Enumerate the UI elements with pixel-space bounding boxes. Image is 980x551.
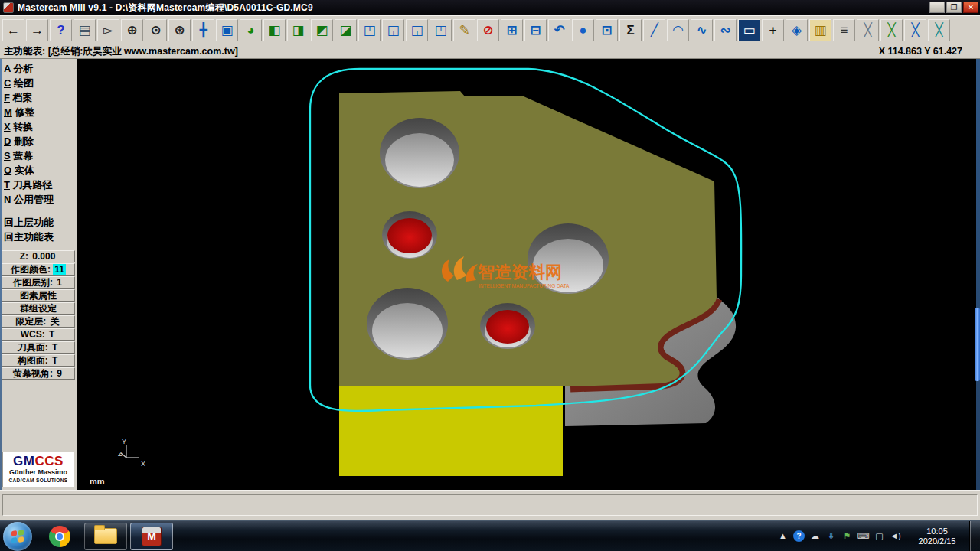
create-spline-icon[interactable]: ∾ (714, 19, 737, 41)
screen-next-icon[interactable]: ⊞ (501, 19, 523, 41)
sidebar-item-c[interactable]: C 绘图 (0, 76, 77, 90)
graphics-viewport[interactable]: 智造资料网 INTELLIGENT MANUFACTURING DATA Y Z… (77, 59, 980, 490)
taskbar-clock[interactable]: 10:05 2020/2/15 (910, 527, 965, 546)
tray-display-icon[interactable]: ▢ (871, 529, 887, 544)
mastercam-icon: M (142, 527, 162, 546)
sidebar-status-group-settings[interactable]: 群组设定 (2, 302, 75, 315)
trim-divide-icon[interactable]: ╳ (904, 19, 926, 41)
create-arc-icon[interactable]: ◠ (667, 19, 689, 41)
layer-manager-icon[interactable]: ≡ (833, 19, 855, 41)
gview-top-icon[interactable]: ◧ (263, 19, 286, 41)
sidebar-item-m[interactable]: M 修整 (0, 105, 77, 119)
sidebar-status-entity-attributes[interactable]: 图素属性 (2, 289, 75, 302)
maximize-button[interactable]: ❐ (946, 2, 962, 13)
undo-icon[interactable]: ↶ (548, 19, 570, 41)
create-rect-icon[interactable]: ▭ (738, 19, 760, 41)
sidebar-status-level-limit[interactable]: 限定层: 关 (2, 315, 75, 328)
menu-bar: 主功能表: [总经销:欣昊实业 www.mastercam.com.tw] X … (0, 44, 980, 59)
sidebar-item-d[interactable]: D 删除 (0, 134, 77, 148)
tray-input-icon[interactable]: ⌨ (855, 529, 871, 544)
sidebar-status-construction-plane[interactable]: 构图面: T (2, 354, 75, 367)
sidebar-status-tool-plane[interactable]: 刀具面: T (2, 341, 75, 354)
sidebar-item-o[interactable]: O 实体 (0, 163, 77, 178)
cplane-iso-icon[interactable]: ◳ (430, 19, 452, 41)
shade-sphere-icon[interactable]: ● (572, 19, 594, 41)
sidebar-item-t[interactable]: T 刀具路径 (0, 178, 77, 192)
zoom-in-icon[interactable]: ⊕ (121, 19, 143, 41)
unzoom-icon[interactable]: ⊛ (168, 19, 191, 41)
logo-line3: CAD/CAM SOLUTIONS (3, 477, 74, 484)
delete-entity-icon[interactable]: ✎ (453, 19, 475, 41)
sidebar-status-wcs[interactable]: WCS: T (2, 328, 75, 341)
hole-large-1[interactable] (380, 118, 459, 188)
cursor-query-icon[interactable]: ▻ (97, 19, 119, 41)
create-fillet-icon[interactable]: ∿ (691, 19, 713, 41)
trim-two-icon[interactable]: ╳ (880, 19, 903, 41)
close-button[interactable]: ✕ (963, 2, 978, 13)
cplane-front-icon[interactable]: ◱ (382, 19, 404, 41)
windows-flag-icon (11, 530, 24, 543)
hole-red-1[interactable] (382, 211, 437, 259)
sidebar-nav-back-level[interactable]: 回上层功能 (0, 215, 77, 230)
create-surface-icon[interactable]: ◈ (786, 19, 808, 41)
taskbar-mastercam-button[interactable]: M (130, 523, 173, 550)
sidebar-status-draw-color[interactable]: 作图颜色: 11 (2, 263, 75, 276)
tray-expand-icon[interactable]: ▲ (775, 529, 791, 544)
sidebar-item-a[interactable]: A 分析 (0, 61, 77, 76)
create-line-icon[interactable]: ╱ (643, 19, 665, 41)
trim-close-icon[interactable]: ╳ (928, 19, 950, 41)
toolbar-icons: ←→?▤▻⊕⊙⊛╋▣◕◧◨◩◪◰◱◲◳✎⊘⊞⊟↶●⊡Σ╱◠∿∾▭+◈▥≡╳╳╳╳ (2, 19, 978, 41)
logo-ccs: CCS (34, 454, 63, 468)
show-desktop-button[interactable] (969, 521, 980, 551)
minimize-button[interactable]: _ (929, 2, 945, 13)
sidebar-status-draw-level[interactable]: 作图层别: 1 (2, 276, 75, 289)
tray-cloud-icon[interactable]: ☁ (807, 529, 823, 544)
zoom-window-icon[interactable]: ⊙ (145, 19, 167, 41)
undelete-icon[interactable]: ⊘ (477, 19, 499, 41)
title-bar: Mastercam Mill v9.1 - D:\资料网Mastercam编程\… (0, 0, 980, 15)
create-point-icon[interactable]: + (762, 19, 784, 41)
sidebar-item-n[interactable]: N 公用管理 (0, 192, 77, 207)
tray-volume-icon[interactable]: ◄) (887, 529, 903, 544)
part-bottom-step[interactable] (339, 386, 563, 476)
back-arrow-icon[interactable]: ← (2, 19, 24, 41)
axis-label-x: X (141, 460, 145, 468)
viewport-window-icon[interactable]: ⊡ (596, 19, 618, 41)
gview-side-icon[interactable]: ◩ (311, 19, 333, 41)
start-button[interactable] (3, 522, 32, 551)
sidebar-status-graphics-view[interactable]: 萤幕视角: 9 (2, 367, 75, 380)
clock-date: 2020/2/15 (910, 536, 965, 546)
cplane-side-icon[interactable]: ◲ (406, 19, 428, 41)
sidebar-item-f[interactable]: F 档案 (0, 90, 77, 105)
analyze-sigma-icon[interactable]: Σ (619, 19, 642, 41)
sidebar-item-x[interactable]: X 转换 (0, 119, 77, 134)
taskbar-chrome-button[interactable] (38, 523, 81, 550)
repaint-icon[interactable]: ▣ (216, 19, 238, 41)
hole-red-2[interactable] (480, 303, 535, 349)
prompt-area[interactable] (2, 494, 978, 516)
help-icon[interactable]: ? (50, 19, 72, 41)
taskbar-explorer-button[interactable] (84, 523, 127, 550)
viewport-canvas[interactable]: 智造资料网 INTELLIGENT MANUFACTURING DATA Y Z… (77, 59, 980, 490)
screen-prev-icon[interactable]: ⊟ (524, 19, 547, 41)
gview-iso-icon[interactable]: ◪ (335, 19, 357, 41)
right-scrollbar-thumb[interactable] (975, 308, 980, 381)
fit-screen-icon[interactable]: ╋ (192, 19, 214, 41)
file-drawer-icon[interactable]: ▥ (809, 19, 831, 41)
sidebar-status-z-depth[interactable]: Z: 0.000 (2, 250, 75, 262)
gview-front-icon[interactable]: ◨ (287, 19, 309, 41)
forward-arrow-icon[interactable]: → (26, 19, 48, 41)
cplane-top-icon[interactable]: ◰ (358, 19, 381, 41)
trim-one-icon[interactable]: ╳ (857, 19, 879, 41)
sidebar-nav-main-menu[interactable]: 回主功能表 (0, 230, 77, 244)
tray-security-icon[interactable]: ⚑ (839, 529, 855, 544)
notepad-icon[interactable]: ▤ (74, 19, 96, 41)
sidebar-item-s[interactable]: S 萤幕 (0, 148, 77, 163)
tray-help-icon[interactable]: ? (793, 530, 805, 542)
hole-large-3[interactable] (367, 288, 448, 360)
axis-label-z: Z (118, 450, 122, 458)
sidebar-status: Z: 0.000作图颜色: 11作图层别: 1图素属性群组设定限定层: 关WCS… (0, 250, 77, 380)
axis-label-y: Y (122, 438, 126, 445)
tray-update-icon[interactable]: ⇩ (823, 529, 839, 544)
gview-sphere-icon[interactable]: ◕ (240, 19, 262, 41)
